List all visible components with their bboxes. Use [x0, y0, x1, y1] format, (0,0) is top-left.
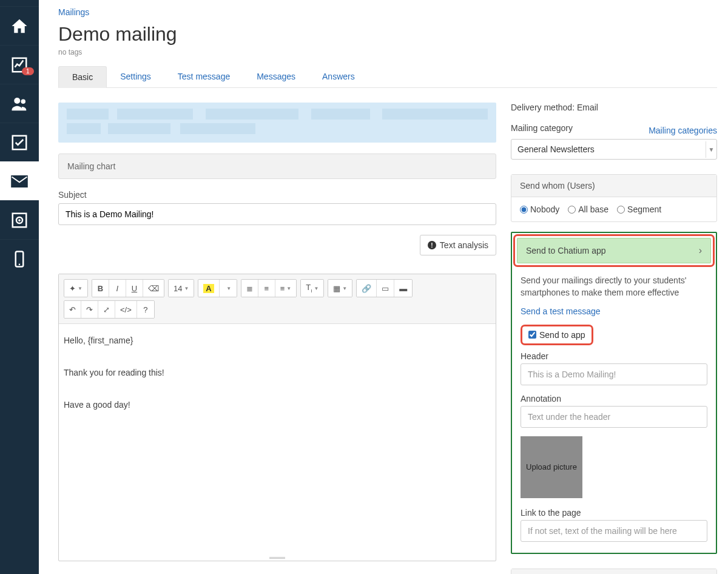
code-icon: </> — [120, 305, 132, 314]
upload-picture-button[interactable]: Upload picture — [521, 436, 582, 498]
when-to-send-card: When to send — [511, 569, 717, 574]
toolbar-fullscreen[interactable]: ⤢ — [98, 301, 115, 318]
radio-nobody[interactable]: Nobody — [520, 204, 559, 214]
send-whom-header: Send whom (Users) — [511, 175, 716, 197]
link-to-page-input[interactable] — [521, 520, 707, 542]
radio-segment[interactable]: Segment — [617, 204, 661, 214]
toolbar-code[interactable]: </> — [115, 301, 137, 318]
when-to-send-header[interactable]: When to send — [511, 569, 716, 574]
toolbar-bold[interactable]: B — [92, 280, 109, 297]
text-analysis-button[interactable]: ! Text analysis — [420, 235, 496, 255]
help-icon: ? — [143, 305, 147, 314]
link-icon: 🔗 — [362, 284, 371, 293]
blurred-info-panel — [58, 103, 496, 143]
toolbar-table[interactable]: ▦▼ — [328, 280, 352, 297]
tab-messages[interactable]: Messages — [243, 66, 309, 87]
toolbar-fontcolor-more[interactable]: ▼ — [220, 280, 237, 297]
users-icon — [10, 95, 29, 113]
mailing-categories-link[interactable]: Mailing categories — [649, 126, 717, 135]
chatium-desc: Send your mailings directly to your stud… — [521, 274, 707, 299]
chatium-panel: Send to Chatium app › Send your mailings… — [511, 232, 717, 554]
page-title: Demo mailing — [58, 23, 717, 46]
info-icon: ! — [428, 241, 436, 249]
tab-settings[interactable]: Settings — [107, 66, 164, 87]
list-ol-icon: ≡ — [264, 284, 269, 293]
notification-badge: 1 — [22, 67, 34, 75]
send-to-app-checkbox[interactable] — [528, 331, 536, 339]
chatium-header-row[interactable]: Send to Chatium app › — [517, 238, 711, 263]
sidebar-item-home[interactable] — [0, 6, 39, 45]
toolbar-fontsize[interactable]: 14▼ — [169, 280, 194, 297]
chatium-header-label: Header — [521, 351, 707, 361]
send-whom-card: Send whom (Users) Nobody All base Segmen… — [511, 174, 717, 222]
delivery-value: Email — [577, 103, 598, 112]
toolbar-image[interactable]: ▭ — [377, 280, 394, 297]
toolbar-ul[interactable]: ≣ — [241, 280, 258, 297]
chevron-right-icon: › — [699, 245, 702, 256]
sidebar-item-mobile[interactable] — [0, 239, 39, 278]
svg-point-0 — [14, 98, 20, 104]
toolbar-help[interactable]: ? — [137, 301, 154, 318]
undo-icon: ↶ — [69, 305, 76, 314]
chatium-header-input[interactable] — [521, 363, 707, 385]
annotation-input[interactable] — [521, 406, 707, 428]
mailing-chart-panel[interactable]: Mailing chart — [58, 154, 496, 179]
breadcrumb-mailings[interactable]: Mailings — [58, 7, 89, 17]
radio-allbase[interactable]: All base — [568, 204, 608, 214]
send-to-app-label: Send to app — [539, 330, 585, 340]
text-color-icon: A — [203, 284, 214, 293]
toolbar-undo[interactable]: ↶ — [64, 301, 81, 318]
checkbox-icon — [10, 133, 29, 152]
subject-input[interactable] — [58, 203, 496, 225]
tab-answers[interactable]: Answers — [309, 66, 368, 87]
send-test-message-link[interactable]: Send a test message — [521, 306, 707, 316]
sidebar-item-vault[interactable] — [0, 200, 39, 239]
eraser-icon: ⌫ — [148, 284, 159, 293]
annotation-label: Annotation — [521, 394, 707, 403]
redo-icon: ↷ — [86, 305, 93, 314]
image-icon: ▭ — [382, 284, 389, 293]
toolbar-underline[interactable]: U — [126, 280, 143, 297]
text-type-icon: TI — [306, 283, 312, 294]
sidebar-item-stats[interactable]: 1 — [0, 45, 39, 84]
svg-point-8 — [19, 263, 21, 265]
sidebar-item-users[interactable] — [0, 84, 39, 123]
bold-icon: B — [98, 284, 103, 293]
toolbar-align[interactable]: ≡▼ — [275, 280, 297, 297]
page-tags[interactable]: no tags — [58, 48, 717, 56]
toolbar-fontcolor[interactable]: A — [198, 280, 219, 297]
editor-body[interactable]: Hello, {first_name} Thank you for readin… — [59, 324, 496, 555]
editor-line: Have a good day! — [64, 397, 491, 413]
main-content: Mailings Demo mailing no tags Basic Sett… — [39, 0, 728, 574]
tab-basic[interactable]: Basic — [58, 66, 107, 88]
sidebar-item-tasks[interactable] — [0, 123, 39, 161]
send-to-app-checkbox-wrap[interactable]: Send to app — [521, 325, 593, 345]
expand-icon: ⤢ — [103, 305, 110, 314]
sidebar-item-mailings[interactable] — [0, 161, 39, 200]
toolbar-clear[interactable]: ⌫ — [143, 280, 164, 297]
toolbar-texttype[interactable]: TI▼ — [301, 280, 323, 297]
wand-icon: ✦ — [69, 284, 76, 293]
video-icon: ▬ — [399, 284, 407, 293]
delivery-label: Delivery method: — [511, 103, 577, 112]
toolbar-link[interactable]: 🔗 — [357, 280, 377, 297]
toolbar-video[interactable]: ▬ — [394, 280, 412, 297]
font-size-label: 14 — [174, 284, 182, 293]
editor-resize-handle[interactable] — [59, 555, 496, 561]
delivery-method: Delivery method: Email — [511, 103, 717, 112]
tab-test-message[interactable]: Test message — [164, 66, 243, 87]
toolbar-magic[interactable]: ✦▼ — [64, 280, 87, 297]
chatium-title: Send to Chatium app — [526, 246, 606, 255]
editor-line: Thank you for reading this! — [64, 365, 491, 381]
sidebar: 1 — [0, 0, 39, 574]
italic-icon: I — [116, 284, 119, 293]
mailing-category-select[interactable]: General Newsletters ▼ — [511, 139, 717, 160]
link-to-page-label: Link to the page — [521, 508, 707, 518]
toolbar-italic[interactable]: I — [109, 280, 126, 297]
toolbar-redo[interactable]: ↷ — [81, 301, 98, 318]
toolbar-ol[interactable]: ≡ — [258, 280, 275, 297]
editor-line: Hello, {first_name} — [64, 333, 491, 349]
svg-point-1 — [21, 99, 26, 104]
tabs: Basic Settings Test message Messages Ans… — [58, 66, 717, 88]
table-icon: ▦ — [333, 284, 340, 293]
